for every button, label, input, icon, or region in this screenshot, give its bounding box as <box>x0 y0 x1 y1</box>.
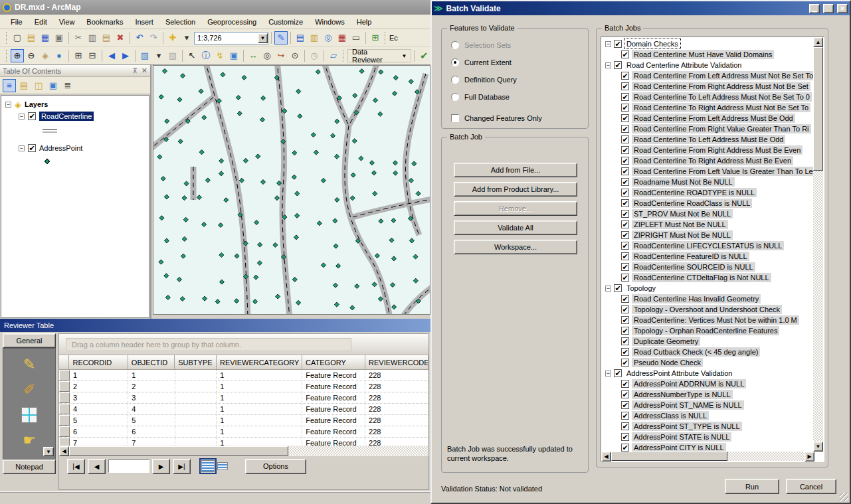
tree-item[interactable]: ✔Road Centerline From Left Address Must … <box>601 113 814 124</box>
tree-item-label[interactable]: Road Centerline Has Invalid Geometry <box>632 294 761 303</box>
tree-item-label[interactable]: AddressPoint CITY is NULL <box>632 443 726 452</box>
tree-item-label[interactable]: Road Centerline From Left Address Must B… <box>632 114 795 123</box>
tree-item[interactable]: ✔Road Centerline From Right Value Greate… <box>601 124 814 134</box>
collapse-icon[interactable]: − <box>605 286 611 292</box>
pan-icon[interactable]: ◈ <box>39 49 52 62</box>
menu-bookmarks[interactable]: Bookmarks <box>81 16 128 28</box>
tree-item[interactable]: −✔AddressPoint Attribute Validation <box>601 368 814 378</box>
table-of-contents-icon[interactable]: ▤ <box>294 31 307 44</box>
fix-pencil-icon[interactable]: ✎ <box>23 357 35 373</box>
menu-view[interactable]: View <box>54 16 80 28</box>
copy-icon[interactable]: ▥ <box>86 31 99 44</box>
tree-item[interactable]: ✔Road Centerline To Right Address Must N… <box>601 102 814 113</box>
tree-item-checkbox[interactable]: ✔ <box>614 40 622 48</box>
new-map-icon[interactable]: ▢ <box>11 31 24 44</box>
tab-notepad[interactable]: Notepad <box>3 460 56 474</box>
tree-item[interactable]: ✔AddressPoint STATE is NULL <box>601 432 814 442</box>
tree-item[interactable]: ✔Topology - Overshoot and Undershoot Che… <box>601 304 814 315</box>
menu-windows[interactable]: Windows <box>310 16 350 28</box>
tree-item-checkbox[interactable]: ✔ <box>621 401 629 409</box>
column-header-category[interactable]: CATEGORY <box>302 355 365 370</box>
scroll-down-icon[interactable]: ▼ <box>813 442 823 452</box>
tree-item-checkbox[interactable]: ✔ <box>621 305 629 313</box>
tree-item[interactable]: ✔Road Cutback Check (< 45 deg angle) <box>601 347 814 357</box>
html-popup-icon[interactable]: ▣ <box>227 49 240 62</box>
pin-icon[interactable]: ⊼ <box>132 67 137 74</box>
tree-item-checkbox[interactable]: ✔ <box>621 72 629 80</box>
cut-icon[interactable]: ✂ <box>72 31 85 44</box>
tree-item[interactable]: ✔RoadCenterline: Vertices Must Not be wi… <box>601 315 814 325</box>
tree-item-checkbox[interactable]: ✔ <box>621 220 629 228</box>
validate-all-button[interactable]: Validate All <box>454 220 577 235</box>
option-full-database[interactable]: Full Database <box>442 88 588 106</box>
tree-item-label[interactable]: RoadCenterline CTDeltaFlag is Not NULL <box>632 273 771 282</box>
run-button[interactable]: Run <box>725 479 779 494</box>
tree-item-label[interactable]: Road Centerline To Left Address Must Be … <box>632 135 785 144</box>
option-definition-query[interactable]: Definition Query <box>442 71 588 88</box>
paste-icon[interactable]: ▤ <box>100 31 113 44</box>
group-by-bar[interactable]: Drag a column header here to group by th… <box>59 334 428 355</box>
tree-item-checkbox[interactable]: ✔ <box>621 125 629 133</box>
editor-sketch-icon[interactable]: ✎ <box>274 31 288 44</box>
table-row[interactable]: 771Feature Record228 <box>59 438 428 446</box>
dialog-title-bar[interactable]: ≫ Batch Validate ▁ □ ✕ <box>432 1 850 15</box>
tree-item[interactable]: ✔Road Centerline Has Invalid Geometry <box>601 294 814 304</box>
tree-item-checkbox[interactable]: ✔ <box>621 231 629 239</box>
collapse-icon[interactable]: − <box>605 62 611 68</box>
tree-item-checkbox[interactable]: ✔ <box>621 104 629 112</box>
row-selector[interactable] <box>59 404 70 414</box>
identify-icon[interactable]: ⓘ <box>199 49 213 62</box>
full-extent-icon[interactable]: ● <box>52 49 66 62</box>
column-header-recordid[interactable]: RECORDID <box>69 355 128 370</box>
tree-item-checkbox[interactable]: ✔ <box>621 433 629 441</box>
more-tools-dropdown-icon[interactable]: ▼ <box>43 447 54 456</box>
tree-item-checkbox[interactable]: ✔ <box>621 380 629 388</box>
grid-icon[interactable] <box>21 407 37 423</box>
form-hand-icon[interactable]: ☛ <box>23 432 36 448</box>
tree-item-label[interactable]: Topology - Overshoot and Undershoot Chec… <box>632 305 782 314</box>
remove-button[interactable]: Remove... <box>454 201 577 216</box>
tree-item[interactable]: ✔Road Centerline To Left Address Must No… <box>601 92 814 102</box>
open-icon[interactable]: ▤ <box>25 31 38 44</box>
tree-item[interactable]: ✔AddressNumberType is NULL <box>601 389 814 400</box>
menu-help[interactable]: Help <box>351 16 377 28</box>
next-record-button[interactable]: ▶ <box>152 459 170 474</box>
option-current-extent[interactable]: Current Extent <box>442 54 588 71</box>
undo-icon[interactable]: ↶ <box>133 31 146 44</box>
tree-item-label[interactable]: AddressPoint ADDRNUM is NULL <box>632 379 746 388</box>
tree-item[interactable]: ✔AddressPoint CITY is NULL <box>601 442 814 452</box>
form-view-icon[interactable] <box>217 462 228 470</box>
hyperlink-icon[interactable]: ↯ <box>213 49 227 62</box>
collapse-icon[interactable]: − <box>605 371 611 377</box>
tree-item-label[interactable]: AddressPoint ST_TYPE is NULL <box>632 422 742 431</box>
row-selector[interactable] <box>59 438 70 446</box>
scrollbar-thumb[interactable] <box>611 452 727 461</box>
tree-item[interactable]: −✔Topology <box>601 283 814 294</box>
list-by-source-icon[interactable]: ▤ <box>17 79 31 92</box>
layer-visibility-checkbox[interactable]: ✔ <box>28 112 36 120</box>
cancel-button[interactable]: Cancel <box>786 479 836 494</box>
tree-item[interactable]: ✔RoadCenterline ROADTYPE is NULL <box>601 187 814 198</box>
table-row[interactable]: 551Feature Record228 <box>59 415 428 426</box>
tree-item-checkbox[interactable]: ✔ <box>621 167 629 175</box>
row-selector[interactable] <box>59 381 70 392</box>
tree-item-label[interactable]: RoadCenterline ROADTYPE is NULL <box>632 188 757 197</box>
tree-item-checkbox[interactable]: ✔ <box>621 348 629 356</box>
checkbox-control[interactable] <box>451 114 459 122</box>
collapse-icon[interactable]: − <box>19 145 25 151</box>
dropdown[interactable]: ▾ <box>152 49 165 62</box>
tree-item-checkbox[interactable]: ✔ <box>621 274 629 282</box>
options-button[interactable]: Options <box>245 459 306 474</box>
tree-item[interactable]: ✔Duplicate Geometry <box>601 336 814 347</box>
radio-control[interactable] <box>451 76 459 84</box>
tree-item[interactable]: ✔Pseudo Node Check <box>601 357 814 368</box>
tree-item[interactable]: ✔RoadCenterline RoadClass is NULL <box>601 198 814 209</box>
tree-item-label[interactable]: Road Centerline To Right Address Must Be… <box>632 156 793 165</box>
tree-item-label[interactable]: Road Centerline From Right Address Must … <box>632 82 810 91</box>
tree-item[interactable]: ✔Road Centerline To Left Address Must Be… <box>601 134 814 145</box>
print-icon[interactable]: ▣ <box>52 31 66 44</box>
tree-item[interactable]: ✔AddressPoint ADDRNUM is NULL <box>601 378 814 389</box>
arcmap-title-bar[interactable]: DR.mxd - ArcMap <box>0 0 430 15</box>
tree-item-checkbox[interactable]: ✔ <box>621 189 629 197</box>
layer-addresspoint-label[interactable]: AddressPoint <box>39 144 82 152</box>
